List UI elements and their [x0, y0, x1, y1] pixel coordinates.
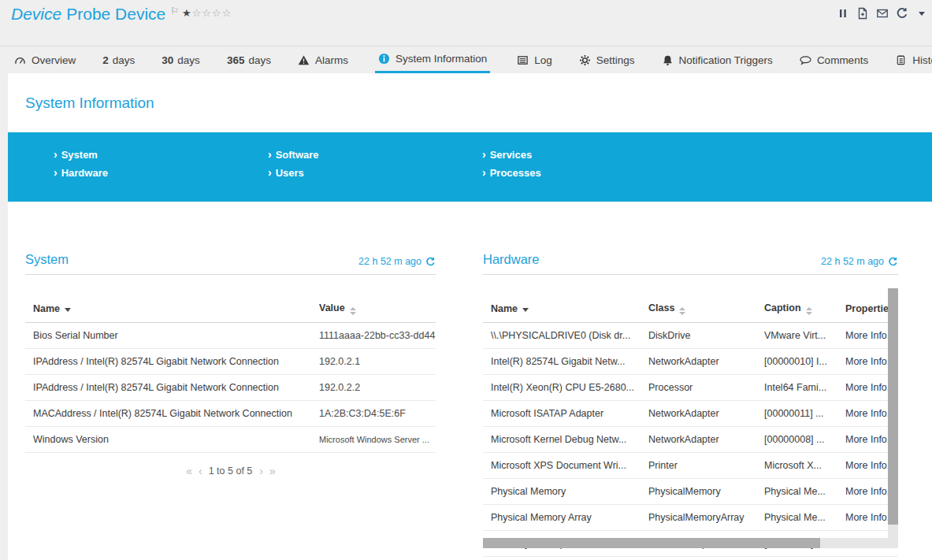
table-row: \\.\PHYSICALDRIVE0 (Disk dr... DiskDrive… [483, 323, 898, 349]
sysinfo-value-cell: 192.0.2.2 [311, 375, 436, 401]
tab-label: Settings [596, 54, 635, 66]
tab-label: Alarms [315, 54, 348, 66]
pause-icon[interactable] [836, 6, 850, 20]
sysinfo-name-cell: IPAddress / Intel(R) 82574L Gigabit Netw… [25, 375, 311, 401]
hardware-panel-header: Hardware 22 h 52 m ago [483, 252, 898, 275]
hw-caption-cell: Physical Me... [756, 505, 837, 531]
last-updated: 22 h 52 m ago [358, 256, 436, 267]
sysinfo-name-cell: Bios Serial Number [25, 323, 311, 349]
tab-2-days[interactable]: 2 days [102, 46, 135, 73]
tab-settings[interactable]: Settings [579, 46, 635, 73]
pagination-prev-icon[interactable]: ‹ [199, 465, 202, 477]
page-title: DeviceProbe Device [11, 5, 165, 24]
comment-icon [800, 54, 811, 66]
tab-comments[interactable]: Comments [800, 46, 868, 73]
quick-links-col-2: ›Software ›Users [268, 148, 482, 202]
quick-link-hardware[interactable]: ›Hardware [54, 166, 268, 179]
tab-label: Overview [32, 54, 76, 66]
scrollbar-thumb[interactable] [483, 538, 820, 548]
table-row: MACAddress / Intel(R) 82574L Gigabit Net… [25, 401, 436, 427]
tab-label: Comments [817, 54, 868, 66]
tab-overview[interactable]: Overview [14, 46, 76, 73]
hw-caption-cell: Microsoft X... [756, 453, 837, 479]
scrollbar-thumb[interactable] [888, 288, 898, 525]
horizontal-scrollbar[interactable] [483, 538, 898, 548]
pagination-label: 1 to 5 of 5 [209, 465, 253, 477]
table-row: Bios Serial Number 1111aaaa-22bb-cc33-dd… [25, 323, 436, 349]
chevron-right-icon: › [482, 166, 486, 179]
tab-notification-triggers[interactable]: Notification Triggers [662, 46, 773, 73]
sysinfo-name-cell: MACAddress / Intel(R) 82574L Gigabit Net… [25, 401, 311, 427]
last-updated: 22 h 52 m ago [821, 256, 898, 267]
caret-down-icon[interactable] [915, 6, 929, 20]
chevron-right-icon: › [268, 166, 272, 179]
column-header-name[interactable]: Name [483, 298, 641, 323]
column-header-value[interactable]: Value [311, 298, 436, 323]
sysinfo-value-cell: 1111aaaa-22bb-cc33-dd44... [311, 323, 436, 349]
pagination-next-icon[interactable]: › [259, 465, 262, 477]
hw-name-cell: \\.\PHYSICALDRIVE0 (Disk dr... [483, 323, 641, 349]
bell-icon [662, 54, 674, 66]
sysinfo-value-cell: Microsoft Windows Server ... [311, 427, 436, 453]
tab-label: days [248, 54, 271, 66]
quick-links-col-3: ›Services ›Processes [482, 148, 696, 202]
tab-label: Notification Triggers [679, 54, 773, 66]
sysinfo-name-cell: IPAddress / Intel(R) 82574L Gigabit Netw… [25, 349, 311, 375]
sysinfo-value-cell: 192.0.2.1 [311, 349, 436, 375]
tab-label-number: 30 [162, 54, 173, 66]
quick-link-users[interactable]: ›Users [268, 166, 482, 179]
table-row: Intel(R) 82574L Gigabit Netw... NetworkA… [483, 349, 898, 375]
pagination-last-icon[interactable]: » [269, 465, 275, 477]
star-empty-icons[interactable]: ☆☆☆☆ [192, 7, 232, 19]
gauge-icon [14, 54, 26, 66]
column-header-caption[interactable]: Caption [756, 298, 837, 323]
hw-class-cell: PhysicalMemoryArray [641, 505, 756, 531]
pagination-first-icon[interactable]: « [186, 465, 191, 477]
email-icon[interactable] [875, 6, 889, 20]
table-row: Physical Memory Array PhysicalMemoryArra… [483, 505, 898, 531]
quick-link-software[interactable]: ›Software [268, 148, 482, 161]
hw-class-cell: NetworkAdapter [641, 427, 756, 453]
vertical-scrollbar[interactable] [888, 288, 898, 548]
header-toolbar [836, 6, 929, 20]
hw-caption-cell: [00000011] ... [756, 401, 837, 427]
tab-history[interactable]: History [895, 46, 932, 73]
tab-system-information[interactable]: System Information [375, 46, 490, 73]
sysinfo-value-cell: 1A:2B:C3:D4:5E:6F [311, 401, 436, 427]
panels-row: System 22 h 52 m ago Name Value Bios Ser… [8, 252, 932, 558]
flag-icon[interactable]: ⚐ [170, 6, 179, 17]
hw-class-cell: NetworkAdapter [641, 401, 756, 427]
add-note-icon[interactable] [856, 6, 870, 20]
table-row: Physical Memory PhysicalMemory Physical … [483, 479, 898, 505]
column-header-class[interactable]: Class [641, 298, 756, 323]
sort-both-icon [806, 307, 812, 315]
tab-30-days[interactable]: 30 days [162, 46, 200, 73]
refresh-icon[interactable] [895, 6, 909, 20]
star-filled-icon[interactable]: ★ [182, 7, 192, 19]
quick-link-services[interactable]: ›Services [482, 148, 696, 161]
tab-log[interactable]: Log [517, 46, 552, 73]
device-title-wrap: DeviceProbe Device ⚐ ★☆☆☆☆ [11, 5, 232, 24]
hardware-table: Name Class Caption Properties \\.\PHYSIC… [483, 298, 898, 557]
hw-caption-cell: Physical Me... [756, 479, 837, 505]
pagination: « ‹ 1 to 5 of 5 › » [25, 465, 436, 477]
table-row: IPAddress / Intel(R) 82574L Gigabit Netw… [25, 375, 436, 401]
priority-rating[interactable]: ★☆☆☆☆ [182, 7, 232, 19]
hw-class-cell: PhysicalMemory [641, 479, 756, 505]
hw-name-cell: Intel(R) Xeon(R) CPU E5-2680... [483, 375, 641, 401]
device-name: Probe Device [66, 5, 165, 23]
refresh-icon[interactable] [888, 257, 898, 267]
refresh-icon[interactable] [425, 257, 436, 267]
column-header-name[interactable]: Name [25, 298, 311, 323]
sort-desc-icon [65, 308, 71, 312]
quick-link-system[interactable]: ›System [54, 148, 268, 161]
hw-class-cell: NetworkAdapter [641, 349, 756, 375]
tab-label: days [113, 54, 136, 66]
tab-365-days[interactable]: 365 days [227, 46, 271, 73]
hw-caption-cell: VMware Virt... [756, 323, 837, 349]
quick-links-col-1: ›System ›Hardware [54, 148, 268, 202]
quick-link-processes[interactable]: ›Processes [482, 166, 696, 179]
table-row: Intel(R) Xeon(R) CPU E5-2680... Processo… [483, 375, 898, 401]
tab-alarms[interactable]: Alarms [298, 46, 348, 73]
table-row: Microsoft XPS Document Wri... Printer Mi… [483, 453, 898, 479]
